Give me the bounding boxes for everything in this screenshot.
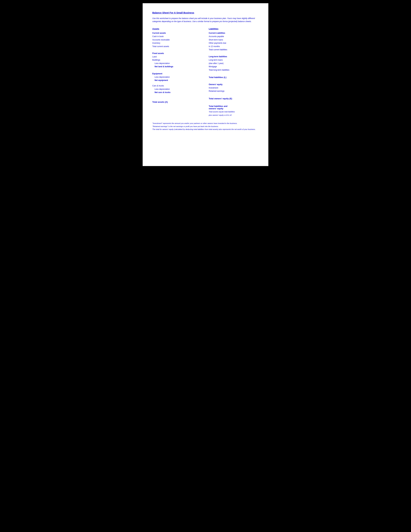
investment: Investment	[209, 86, 259, 89]
inventory: Inventory	[152, 41, 202, 45]
less-depreciation-equipment: Less depreciation	[152, 76, 202, 79]
net-equipment: Net equipment	[152, 79, 202, 82]
intro-paragraph: Use this worksheet to prepare the balanc…	[152, 17, 259, 23]
current-liabilities-header: Current Liabilities	[209, 32, 259, 34]
mortgage: Mortgage	[209, 65, 259, 68]
less-depreciation-cars: Less depreciation	[152, 87, 202, 91]
land: Land	[152, 55, 202, 58]
total-long-term-liabilities: Total long-term liabilities	[209, 68, 259, 72]
due-after-1-year: (due after 1 year)	[209, 62, 259, 65]
owners-equity-header: Owners' equity	[209, 83, 259, 86]
total-owners-equity: Total owners' equity (E)	[209, 97, 259, 100]
assets-column: Assets Current assets Cash in book Accou…	[152, 28, 206, 116]
short-term-loans: Short-term loans	[209, 38, 259, 41]
less-depreciation-buildings: Less depreciation	[152, 62, 202, 65]
equipment-header: Equipment	[152, 73, 202, 75]
balance-sheet-page: Balance Sheet For A Small Business Use t…	[143, 3, 268, 166]
net-cars-trucks: Net cars & trucks	[152, 91, 202, 94]
total-liabilities-and-owners-equity-label: Total liabilities and owners' equity	[209, 105, 259, 110]
cash-in-book: Cash in book	[152, 35, 202, 38]
page-title: Balance Sheet For A Small Business	[152, 11, 259, 14]
footer-notes: "Investment" represents the amount you a…	[152, 122, 259, 131]
cars-trucks-header: Cars & trucks	[152, 84, 202, 87]
current-assets-header: Current assets	[152, 32, 202, 34]
retained-earnings: Retained earnings	[209, 89, 259, 93]
in-12-months: in 12 months	[209, 45, 259, 48]
long-term-loans: Long-term loans	[209, 58, 259, 62]
liabilities-column: Liabilities Current Liabilities Accounts…	[206, 28, 259, 116]
plus-owners-equity: plus owners' equity or A=L+E	[209, 114, 259, 117]
total-current-assets: Total current assets	[152, 45, 202, 48]
main-content: Assets Current assets Cash in book Accou…	[152, 28, 259, 116]
other-payments-due: Other payments due	[209, 41, 259, 45]
assets-header: Assets	[152, 28, 202, 30]
footer-line2: "Retained earnings" is the net earnings …	[152, 125, 259, 128]
accounts-receivable: Accounts receivable	[152, 38, 202, 41]
buildings: Buildings	[152, 58, 202, 62]
long-term-liabilities-header: Long-term liabilities	[209, 56, 259, 58]
net-land-buildings: Net land & buildings	[152, 65, 202, 68]
liabilities-header: Liabilities	[209, 28, 259, 30]
footer-line1: "Investment" represents the amount you a…	[152, 122, 259, 125]
accounts-payable: Accounts payable	[209, 35, 259, 38]
total-current-liabilities: Total current liabilities	[209, 48, 259, 51]
total-assets: Total assets (A)	[152, 101, 202, 103]
fixed-assets-header: Fixed assets	[152, 52, 202, 55]
footer-line3: The total for owners' equity (calculated…	[152, 128, 259, 131]
total-liabilities: Total liabilities (L)	[209, 76, 259, 78]
total-assets-equals: Total assets equals total liabilities	[209, 110, 259, 113]
